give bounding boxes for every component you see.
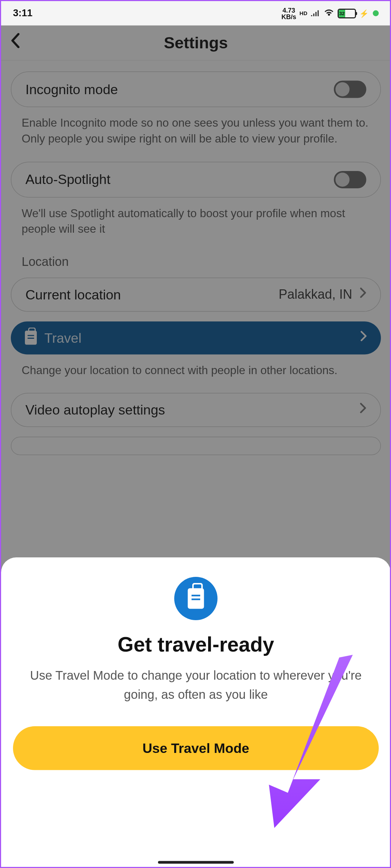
travel-mode-sheet: Get travel-ready Use Travel Mode to chan… <box>1 557 391 867</box>
status-bar: 3:11 4.73 KB/s HD 32 ⚡ <box>1 1 391 26</box>
recording-dot <box>373 10 379 17</box>
sheet-body: Use Travel Mode to change your location … <box>13 666 379 704</box>
sheet-icon-circle <box>174 577 218 620</box>
signal-icon <box>311 9 320 18</box>
use-travel-mode-button[interactable]: Use Travel Mode <box>13 726 379 770</box>
charging-icon: ⚡ <box>359 9 369 18</box>
app-content: Settings Incognito mode Enable Incognito… <box>1 26 391 867</box>
home-indicator[interactable] <box>158 861 234 864</box>
status-icons: 4.73 KB/s HD 32 ⚡ <box>281 7 379 20</box>
battery-icon: 32 <box>338 8 356 18</box>
clock: 3:11 <box>13 8 32 19</box>
wifi-icon <box>324 8 334 19</box>
sheet-title: Get travel-ready <box>13 633 379 657</box>
hd-indicator: HD <box>299 10 307 17</box>
netspeed-value: 4.73 <box>281 7 296 13</box>
netspeed-unit: KB/s <box>281 13 296 20</box>
suitcase-icon <box>188 588 204 609</box>
